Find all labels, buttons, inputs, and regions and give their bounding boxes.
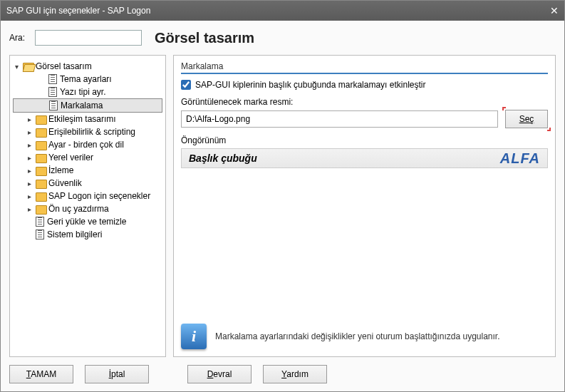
tree-toggle-icon[interactable]: ▾: [13, 63, 20, 71]
folder-icon: [36, 115, 46, 123]
info-icon: i: [181, 324, 207, 349]
tree-item[interactable]: ▸Ön uç yazdırma: [13, 202, 162, 215]
document-icon: [49, 100, 58, 110]
select-button[interactable]: Seç: [505, 110, 548, 128]
button-row: TAMAM İptal Devral Yardım: [9, 357, 556, 386]
tree-item-label: İzleme: [48, 165, 73, 175]
info-row: i Markalama ayarlarındaki değişiklikler …: [181, 318, 548, 349]
tree-item[interactable]: Yazı tipi ayr.: [13, 86, 162, 98]
tree-item-label: Yerel veriler: [48, 153, 93, 163]
tree-toggle-icon[interactable]: ▸: [26, 167, 33, 175]
branding-checkbox-row[interactable]: SAP-GUI kiplerinin başlık çubuğunda mark…: [181, 80, 548, 90]
tree-pane[interactable]: ▾Görsel tasarımTema ayarlarıYazı tipi ay…: [9, 55, 166, 357]
document-icon: [36, 217, 44, 227]
tree-item[interactable]: Tema ayarları: [13, 73, 162, 86]
tree-item[interactable]: Markalama: [13, 98, 162, 113]
help-button[interactable]: Yardım: [263, 365, 327, 383]
tree-item-label: Erişilebilirlik & scripting: [48, 127, 135, 137]
apply-button[interactable]: Devral: [187, 365, 252, 383]
preview-bar-text: Başlık çubuğu: [189, 153, 257, 164]
section-header: Markalama: [181, 60, 548, 74]
tree-item-label: Etkileşim tasarımı: [48, 114, 116, 124]
select-button-wrap: Seç: [505, 110, 548, 128]
top-row: Ara: Görsel tasarım: [9, 21, 556, 55]
folder-icon: [36, 141, 46, 149]
page-title: Görsel tasarım: [155, 30, 254, 46]
folder-icon: [36, 192, 46, 200]
tree-item-label: SAP Logon için seçenekler: [48, 191, 150, 201]
folder-icon: [23, 63, 33, 71]
document-icon: [48, 87, 57, 97]
content-area: Ara: Görsel tasarım ▾Görsel tasarımTema …: [1, 21, 564, 391]
tree-item-label: Ön uç yazdırma: [48, 204, 109, 214]
cancel-button[interactable]: İptal: [85, 365, 149, 383]
document-icon: [48, 74, 57, 84]
preview-label: Öngörünüm: [181, 135, 548, 145]
tree-toggle-icon[interactable]: ▸: [26, 115, 33, 123]
tree-item-label: Güvenlik: [48, 178, 82, 188]
tree-item[interactable]: Geri yükle ve temizle: [13, 215, 162, 228]
tree-toggle-icon[interactable]: ▸: [26, 154, 33, 162]
folder-icon: [36, 180, 46, 187]
tree-toggle-icon[interactable]: ▸: [26, 205, 33, 213]
search-label: Ara:: [9, 33, 25, 43]
tree-toggle-icon[interactable]: ▸: [26, 180, 33, 187]
main-pane: Markalama SAP-GUI kiplerinin başlık çubu…: [173, 55, 556, 357]
folder-icon: [36, 205, 46, 213]
tree-item-label: Ayar - birden çok dil: [48, 140, 124, 150]
folder-icon: [36, 167, 46, 175]
tree-item-label: Geri yükle ve temizle: [47, 217, 126, 227]
tree-item[interactable]: ▸İzleme: [13, 164, 162, 177]
tree-item[interactable]: ▸Yerel veriler: [13, 151, 162, 164]
folder-icon: [36, 154, 46, 162]
focus-bracket-icon: [502, 107, 506, 110]
close-icon[interactable]: ✕: [550, 5, 559, 16]
file-row: Seç: [181, 110, 548, 128]
tree-item-label: Yazı tipi ayr.: [60, 87, 105, 97]
tree-item-label: Markalama: [61, 100, 103, 110]
branding-checkbox-label: SAP-GUI kiplerinin başlık çubuğunda mark…: [195, 80, 425, 90]
ok-button[interactable]: TAMAM: [9, 365, 73, 383]
tree-item[interactable]: ▸Erişilebilirlik & scripting: [13, 125, 162, 138]
mid-row: ▾Görsel tasarımTema ayarlarıYazı tipi ay…: [9, 55, 556, 357]
search-input[interactable]: [35, 30, 142, 46]
tree-item-label: Görsel tasarım: [36, 61, 92, 71]
tree-item[interactable]: ▸SAP Logon için seçenekler: [13, 190, 162, 202]
branding-checkbox[interactable]: [181, 80, 191, 90]
brand-logo: ALFA: [500, 150, 540, 167]
tree-item[interactable]: ▾Görsel tasarım: [13, 60, 162, 73]
tree-item[interactable]: ▸Ayar - birden çok dil: [13, 138, 162, 151]
tree-item-label: Sistem bilgileri: [47, 229, 102, 239]
preview-bar: Başlık çubuğu ALFA: [181, 148, 548, 168]
tree-item[interactable]: ▸Etkileşim tasarımı: [13, 113, 162, 125]
tree-item-label: Tema ayarları: [60, 74, 112, 84]
imagepath-label: Görüntülenecek marka resmi:: [181, 97, 548, 107]
tree-item[interactable]: ▸Güvenlik: [13, 177, 162, 190]
window-titlebar: SAP GUI için seçenekler - SAP Logon ✕: [1, 1, 564, 21]
tree-toggle-icon[interactable]: ▸: [26, 128, 33, 136]
info-text: Markalama ayarlarındaki değişiklikler ye…: [215, 331, 500, 341]
imagepath-input[interactable]: [181, 110, 498, 128]
tree-item[interactable]: Sistem bilgileri: [13, 228, 162, 241]
folder-icon: [36, 128, 46, 136]
tree-toggle-icon[interactable]: ▸: [26, 192, 33, 200]
focus-bracket-icon: [547, 128, 551, 131]
tree-toggle-icon[interactable]: ▸: [26, 141, 33, 149]
document-icon: [36, 229, 44, 239]
window-title: SAP GUI için seçenekler - SAP Logon: [6, 6, 150, 16]
